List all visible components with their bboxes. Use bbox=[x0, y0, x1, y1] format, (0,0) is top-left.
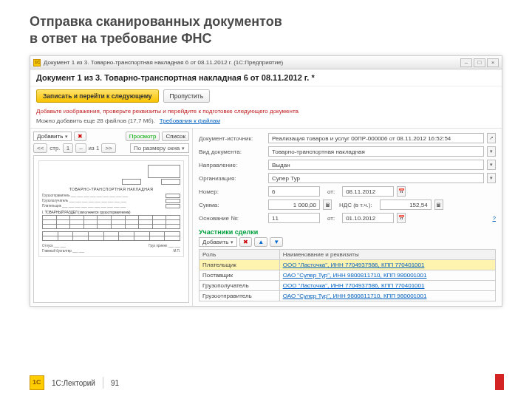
add-image-button[interactable]: Добавить bbox=[33, 132, 72, 141]
label-source: Документ-источник: bbox=[199, 135, 265, 142]
input-source[interactable]: Реализация товаров и услуг 00ПР-000006 о… bbox=[268, 133, 484, 143]
move-party-down-button[interactable]: ▼ bbox=[270, 237, 283, 247]
move-party-up-button[interactable]: ▲ bbox=[254, 237, 267, 247]
col-details: Наименование и реквизиты bbox=[279, 250, 495, 260]
input-doctype[interactable]: Товарно-транспортная накладная bbox=[268, 146, 484, 157]
input-basis[interactable]: 11 bbox=[268, 213, 320, 223]
window-title: Документ 1 из 3. Товарно-транспортная на… bbox=[44, 59, 283, 66]
skip-button[interactable]: Пропустить bbox=[163, 89, 211, 103]
label-basis: Основание №: bbox=[199, 215, 265, 222]
label-direction: Направление: bbox=[199, 162, 265, 168]
table-row[interactable]: ГрузоотправительОАО "Супер Тур", ИНН 980… bbox=[200, 291, 496, 301]
save-next-button[interactable]: Записать и перейти к следующему bbox=[36, 89, 159, 103]
page-label: стр. bbox=[50, 145, 60, 151]
vat-calc-button[interactable]: 🖩 bbox=[434, 200, 443, 210]
label-date-from: от: bbox=[323, 188, 339, 195]
input-basis-date[interactable]: 01.10.2012 bbox=[342, 213, 394, 223]
file-requirements-link[interactable]: Требования к файлам bbox=[160, 117, 220, 124]
doctype-dropdown-button[interactable]: ▾ bbox=[487, 146, 496, 157]
hint-text: Добавьте изображения, проверьте реквизит… bbox=[30, 106, 502, 115]
label-sum: Сумма: bbox=[199, 202, 265, 208]
input-date[interactable]: 08.11.2012 bbox=[342, 186, 394, 197]
page-last-button[interactable]: >> bbox=[101, 143, 115, 153]
page-number: 91 bbox=[111, 379, 119, 387]
help-link[interactable]: ? bbox=[493, 215, 496, 222]
direction-dropdown-button[interactable]: ▾ bbox=[487, 160, 496, 170]
preview-mode-button[interactable]: Просмотр bbox=[126, 132, 160, 141]
window-min-button[interactable]: – bbox=[460, 58, 472, 67]
zoom-select[interactable]: По размеру окна bbox=[130, 143, 189, 153]
open-source-button[interactable]: ↗ bbox=[487, 133, 496, 143]
label-number: Номер: bbox=[199, 188, 265, 195]
window-close-button[interactable]: × bbox=[487, 58, 499, 67]
form-pane: Документ-источник: Реализация товаров и … bbox=[193, 129, 502, 306]
table-row[interactable]: ПоставщикОАО "Супер Тур", ИНН 9800811710… bbox=[200, 270, 496, 281]
input-sum[interactable]: 1 000,00 bbox=[268, 200, 320, 210]
delete-image-button[interactable]: ✖ bbox=[74, 132, 86, 141]
input-vat[interactable]: 152,54 bbox=[380, 200, 432, 210]
slide-title: Отправка сканированных документов в отве… bbox=[0, 0, 532, 55]
table-row[interactable]: ПлательщикООО "Ласточка", ИНН 7704937586… bbox=[200, 260, 496, 270]
left-pane: Добавить ✖ Просмотр Список << стр. 1 – и… bbox=[30, 129, 193, 306]
window-max-button[interactable]: □ bbox=[474, 58, 485, 67]
page-of: из 1 bbox=[89, 145, 100, 151]
table-row[interactable]: ГрузополучательООО "Ласточка", ИНН 77049… bbox=[200, 281, 496, 291]
input-org[interactable]: Супер Тур bbox=[268, 173, 484, 183]
add-party-button[interactable]: Добавить bbox=[199, 237, 237, 247]
page-current[interactable]: 1 bbox=[63, 143, 73, 153]
subbar: Можно добавить еще 28 файлов (17,7 Мб). … bbox=[30, 115, 502, 129]
date-picker-button[interactable]: 📅 bbox=[397, 186, 406, 197]
input-direction[interactable]: Выдан bbox=[268, 160, 484, 170]
label-doctype: Вид документа: bbox=[199, 149, 265, 155]
delete-party-button[interactable]: ✖ bbox=[239, 237, 252, 247]
document-title: Документ 1 из 3. Товарно-транспортная на… bbox=[30, 69, 502, 86]
sum-calc-button[interactable]: 🖩 bbox=[323, 200, 332, 210]
document-preview[interactable]: ТОВАРНО-ТРАНСПОРТНАЯ НАКЛАДНАЯ Грузоотпр… bbox=[33, 155, 189, 303]
col-role: Роль bbox=[200, 250, 280, 260]
parties-table: РольНаименование и реквизиты ПлательщикО… bbox=[199, 249, 496, 301]
app-window: Документ 1 из 3. Товарно-транспортная на… bbox=[30, 55, 502, 307]
parties-section-header: Участники сделки bbox=[199, 225, 496, 237]
slide-footer: 1С:Лекторий 91 bbox=[30, 375, 119, 390]
label-vat: НДС (в т.ч.): bbox=[335, 202, 377, 208]
files-remaining: Можно добавить еще 28 файлов (17,7 Мб). bbox=[36, 117, 155, 124]
slide-accent-bar bbox=[495, 374, 504, 390]
label-org: Организация: bbox=[199, 175, 265, 182]
basis-date-picker-button[interactable]: 📅 bbox=[397, 213, 406, 223]
list-mode-button[interactable]: Список bbox=[162, 132, 189, 141]
app-icon bbox=[33, 59, 41, 66]
org-dropdown-button[interactable]: ▾ bbox=[487, 173, 496, 183]
action-toolbar: Записать и перейти к следующему Пропусти… bbox=[30, 86, 502, 106]
brand-logo-icon bbox=[30, 375, 44, 390]
brand-name: 1С:Лекторий bbox=[52, 379, 95, 387]
input-number[interactable]: 6 bbox=[268, 186, 320, 197]
page-total-button[interactable]: – bbox=[75, 143, 86, 153]
page-first-button[interactable]: << bbox=[33, 143, 47, 153]
label-basis-date-from: от: bbox=[323, 215, 339, 222]
window-titlebar: Документ 1 из 3. Товарно-транспортная на… bbox=[30, 56, 502, 69]
